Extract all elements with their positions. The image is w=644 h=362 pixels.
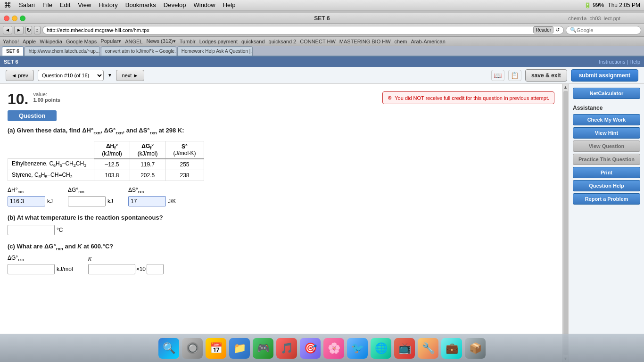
menu-bookmarks[interactable]: Bookmarks [125, 1, 156, 8]
menu-develop[interactable]: Develop [164, 1, 186, 8]
dock-icon-8[interactable]: 🌸 [323, 338, 344, 359]
dock-finder[interactable]: 🔍 [158, 338, 179, 359]
bookmark-arab[interactable]: Arab-American [411, 39, 446, 44]
practice-question-button[interactable]: Practice This Question [573, 154, 640, 165]
bookmark-quicksand2[interactable]: quicksand 2 [269, 39, 297, 44]
note-icon-button[interactable]: 📋 [508, 70, 521, 81]
address-bar[interactable]: Reader ↺ [42, 26, 564, 34]
dock-icon-3[interactable]: 📅 [206, 338, 226, 359]
bookmark-google-maps[interactable]: Google Maps [66, 39, 97, 44]
menu-window[interactable]: Window [193, 1, 215, 8]
part-c-delta-g-unit: kJ/mol [57, 266, 73, 272]
menubar: ⌘ Safari File Edit View History Bookmark… [0, 0, 644, 10]
search-input[interactable] [577, 27, 637, 33]
minimize-button[interactable] [12, 16, 17, 21]
report-problem-button[interactable]: Report a Problem [573, 193, 640, 205]
bookmark-apple[interactable]: Apple [23, 39, 36, 44]
bookmark-quicksand[interactable]: quicksand [241, 39, 265, 44]
dock-icon-5[interactable]: 🎮 [253, 338, 273, 359]
reload-button[interactable]: ↻ [25, 26, 32, 34]
view-hint-button[interactable]: View Hint [573, 127, 640, 139]
next-button[interactable]: next ► [116, 70, 144, 81]
menu-file[interactable]: File [42, 1, 52, 8]
k-label: K [88, 256, 164, 263]
net-calculator-button[interactable]: NetCalculator [573, 88, 640, 99]
sidebar: NetCalculator Assistance Check My Work V… [569, 84, 644, 362]
times-ten: ×10 [136, 266, 146, 272]
part-b-input-row: °C [8, 225, 554, 235]
toolbar: ◄ ► ↻ ⌂ Reader ↺ 🔍 [0, 24, 644, 37]
bookmark-popular[interactable]: Popular▾ [100, 38, 121, 44]
book-icon-button[interactable]: 📖 [491, 70, 504, 81]
bookmark-news[interactable]: News (312)▾ [147, 38, 176, 44]
part-b: (b) At what temperature is the reaction … [8, 214, 554, 235]
bookmark-yahoo[interactable]: Yahoo! [3, 39, 19, 44]
bookmark-lodges[interactable]: Lodges payment [199, 39, 238, 44]
menu-view[interactable]: View [78, 1, 91, 8]
bookmark-wikipedia[interactable]: Wikipedia [40, 39, 62, 44]
bookmark-mastering[interactable]: MASTERING BIO HW [339, 39, 391, 44]
tab-chem-latech[interactable]: http://www.chem.latech.edu/~up... [25, 46, 100, 56]
reader-button[interactable]: Reader [533, 26, 553, 33]
dock-icon-6[interactable]: 🎵 [276, 338, 297, 359]
dock-icon-11[interactable]: 📺 [394, 338, 415, 359]
menu-edit[interactable]: Edit [60, 1, 70, 8]
forward-button[interactable]: ► [14, 26, 24, 34]
question-help-button[interactable]: Question Help [573, 180, 640, 191]
instructions-link[interactable]: Instructions | Help [599, 59, 640, 65]
dock-icon-13[interactable]: 💼 [441, 338, 462, 359]
dock-icon-12[interactable]: 🔧 [418, 338, 438, 359]
tab-set6[interactable]: SET 6 [2, 46, 24, 56]
dock-icon-10[interactable]: 🌐 [371, 338, 391, 359]
view-question-button[interactable]: View Question [573, 140, 640, 152]
tab-convert[interactable]: convert atm to kJ/mol*k – Google... [101, 46, 176, 56]
dock-icon-14[interactable]: 📦 [465, 338, 486, 359]
dock-icon-9[interactable]: 🐦 [347, 338, 368, 359]
menu-safari[interactable]: Safari [19, 1, 35, 8]
search-bar[interactable]: 🔍 [566, 26, 641, 34]
url-input[interactable] [47, 27, 531, 33]
prev-button[interactable]: ◄ prev [6, 70, 34, 81]
k-mantissa-input[interactable] [88, 264, 135, 274]
part-b-input[interactable] [8, 225, 55, 235]
dock-icon-7[interactable]: 🎯 [300, 338, 321, 359]
part-c-delta-g-input[interactable] [8, 264, 55, 274]
question-select[interactable]: Question #10 (of 16) [38, 70, 104, 81]
k-input-row: ×10 [88, 264, 164, 274]
menu-history[interactable]: History [99, 1, 117, 8]
bookmark-tumblr[interactable]: Tumblr [180, 39, 196, 44]
dock-icon-4[interactable]: 📁 [229, 338, 250, 359]
battery-status: 🔋 99% [584, 2, 604, 8]
question-header-row: 10. value: 1.00 points ⊗ You did NOT rec… [8, 91, 554, 107]
check-my-work-button[interactable]: Check My Work [573, 114, 640, 125]
set-label: SET 6 [4, 59, 18, 65]
print-button[interactable]: Print [573, 167, 640, 178]
scroll-thumb[interactable] [563, 91, 568, 355]
main-content: 10. value: 1.00 points ⊗ You did NOT rec… [0, 84, 644, 362]
bookmark-angel[interactable]: ANGEL [125, 39, 142, 44]
apple-menu[interactable]: ⌘ [4, 0, 11, 9]
scroll-up[interactable]: ▲ [563, 85, 568, 90]
menu-help[interactable]: Help [223, 1, 236, 8]
refresh-icon[interactable]: ↺ [555, 27, 560, 33]
tab-homework-help[interactable]: Homework Help Ask A Question |... [177, 46, 253, 56]
fullscreen-button[interactable] [20, 16, 25, 21]
back-button[interactable]: ◄ [3, 26, 12, 34]
home-button[interactable]: ⌂ [34, 26, 41, 34]
delta-g-input[interactable] [68, 196, 106, 206]
submit-assignment-button[interactable]: submit assignment [571, 69, 638, 82]
delta-s-input[interactable] [128, 196, 166, 206]
close-button[interactable] [4, 16, 9, 21]
question-scroll[interactable]: 10. value: 1.00 points ⊗ You did NOT rec… [0, 84, 562, 362]
bookmark-chem[interactable]: chem [395, 39, 407, 44]
tab-bar: SET 6 http://www.chem.latech.edu/~up... … [0, 46, 644, 57]
bookmark-connect[interactable]: CONNECT HW [300, 39, 336, 44]
error-icon: ⊗ [388, 95, 392, 101]
k-exponent-input[interactable] [147, 264, 164, 274]
delta-h-input[interactable] [8, 196, 45, 206]
dropdown-arrow[interactable]: ▼ [107, 73, 112, 78]
dock-icon-2[interactable]: 🔘 [182, 338, 203, 359]
save-exit-button[interactable]: save & exit [525, 69, 567, 82]
part-c: (c) What are ΔG°rxn and K at 600.°C? ΔG°… [8, 243, 554, 274]
scrollbar[interactable]: ▲ ▼ [562, 84, 569, 362]
